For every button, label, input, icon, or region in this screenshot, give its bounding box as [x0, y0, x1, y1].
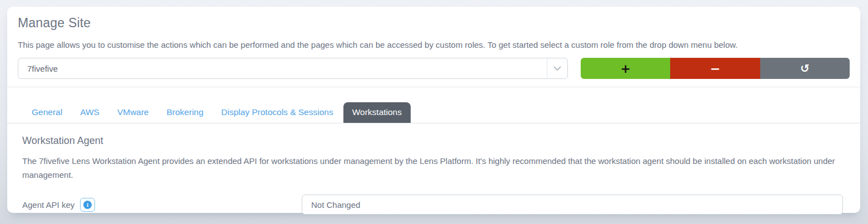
tab-display-protocols-sessions[interactable]: Display Protocols & Sessions [212, 102, 342, 123]
reset-button[interactable]: ↺ [760, 58, 850, 79]
tab-general[interactable]: General [23, 102, 71, 123]
tab-vmware[interactable]: VMware [108, 102, 158, 123]
minus-icon: − [710, 62, 720, 76]
tab-workstations[interactable]: Workstations [343, 102, 411, 123]
info-icon: i [83, 201, 92, 209]
info-button[interactable]: i [80, 198, 95, 212]
role-action-button-group: + − ↺ [581, 58, 850, 79]
chevron-down-icon [547, 58, 567, 78]
role-select[interactable]: 7fivefive [18, 58, 568, 79]
agent-api-key-input[interactable] [302, 195, 843, 215]
panel-heading: Workstation Agent [22, 135, 843, 147]
role-selector-row: 7fivefive + − ↺ [18, 58, 850, 79]
section-divider [7, 87, 860, 87]
agent-api-key-input-col [302, 195, 843, 215]
role-select-value: 7fivefive [18, 64, 547, 73]
agent-api-key-row: Agent API key i [22, 195, 843, 215]
agent-api-key-label-group: Agent API key i [22, 198, 302, 212]
remove-role-button[interactable]: − [670, 58, 760, 79]
page-title: Manage Site [18, 16, 850, 31]
workstations-panel: Workstation Agent The 7fivefive Lens Wor… [7, 123, 860, 215]
plus-icon: + [620, 62, 630, 76]
add-role-button[interactable]: + [581, 58, 670, 79]
tab-brokering[interactable]: Brokering [158, 102, 212, 123]
panel-description: The 7fivefive Lens Workstation Agent pro… [22, 154, 839, 182]
card-header-section: Manage Site This page allows you to cust… [7, 7, 860, 79]
agent-api-key-label: Agent API key [22, 200, 74, 210]
page-description: This page allows you to customise the ac… [18, 40, 850, 49]
manage-site-card: Manage Site This page allows you to cust… [7, 7, 860, 213]
settings-tabs: General AWS VMware Brokering Display Pro… [7, 102, 860, 123]
undo-icon: ↺ [800, 62, 810, 75]
tab-aws[interactable]: AWS [71, 102, 108, 123]
